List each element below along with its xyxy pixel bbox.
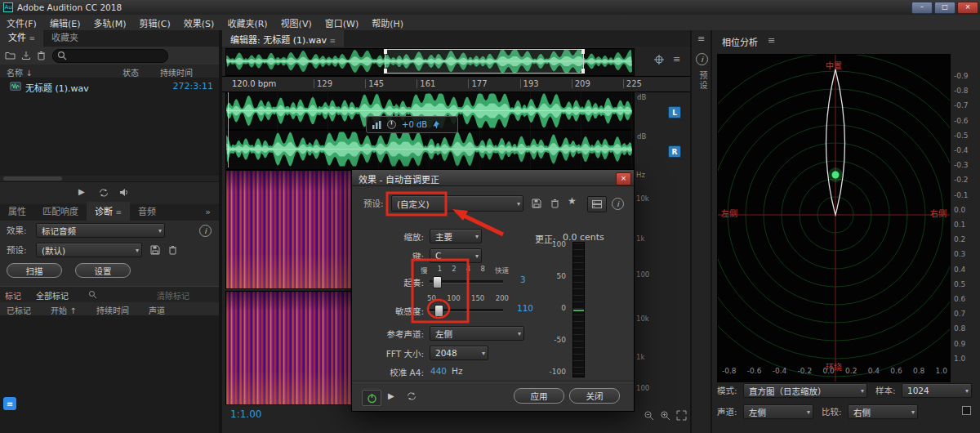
delete-preset-icon[interactable]: [550, 199, 559, 208]
column-name[interactable]: 名称 ↓: [7, 66, 33, 78]
menu-item[interactable]: 帮助(H): [365, 15, 410, 31]
close-button[interactable]: ×: [957, 2, 978, 14]
rack-view-button[interactable]: [587, 196, 607, 212]
close-dialog-button[interactable]: 关闭: [569, 388, 620, 404]
left-channel-badge[interactable]: L: [668, 106, 681, 118]
panel-menu-icon[interactable]: ≡: [768, 35, 775, 46]
preview-loop-icon[interactable]: [406, 391, 417, 401]
play-icon[interactable]: ▶: [78, 187, 85, 196]
selection-handle[interactable]: [384, 69, 387, 74]
favorite-star-icon[interactable]: ★: [568, 195, 577, 207]
menu-item[interactable]: 效果(S): [177, 15, 221, 31]
power-toggle-icon[interactable]: [362, 390, 381, 406]
phase-option-checkbox[interactable]: [962, 406, 971, 415]
preview-play-icon[interactable]: ▶: [388, 391, 394, 400]
timeline-ruler[interactable]: 120.0 bpm 129145161177193209225: [222, 76, 690, 92]
menu-item[interactable]: 窗口(W): [318, 15, 365, 31]
apply-button[interactable]: 应用: [514, 388, 564, 404]
samples-dropdown[interactable]: 1024: [902, 383, 972, 398]
tab-match-loudness[interactable]: 匹配响度: [34, 202, 87, 221]
settings-button[interactable]: 设置: [75, 263, 131, 278]
zoom-out-icon[interactable]: [644, 410, 654, 421]
channel-dropdown[interactable]: 左侧: [743, 404, 813, 419]
dock-menu-icon[interactable]: ≡: [697, 33, 705, 44]
clear-markers-button[interactable]: 清除标记: [157, 289, 189, 301]
column-duration[interactable]: 持续时间: [160, 66, 193, 78]
scrub-icon[interactable]: [653, 54, 665, 65]
more-tabs-icon[interactable]: »: [197, 204, 219, 221]
speaker-icon[interactable]: [119, 188, 131, 197]
selection-handle[interactable]: [384, 49, 387, 54]
dock-preset-tab[interactable]: 预设: [697, 71, 709, 91]
gain-hud[interactable]: +0 dB: [366, 116, 458, 133]
right-channel-badge[interactable]: R: [668, 145, 681, 158]
calibration-value[interactable]: 440: [430, 366, 447, 376]
scale-dropdown[interactable]: 主要: [430, 229, 482, 243]
column-status[interactable]: 状态: [122, 66, 139, 78]
search-input[interactable]: [52, 49, 168, 63]
mode-dropdown[interactable]: 直方图（日志缩放）: [743, 383, 867, 398]
freq-tick: 100: [636, 270, 649, 279]
waveform-overview[interactable]: [225, 48, 635, 76]
dialog-close-button[interactable]: ×: [616, 172, 631, 185]
import-icon[interactable]: [21, 51, 31, 60]
search-markers-icon[interactable]: [88, 290, 97, 299]
editor-tab[interactable]: 编辑器: 无标题 (1).wav ≡: [222, 30, 344, 47]
selection-handle[interactable]: [581, 69, 585, 74]
panel-menu-icon[interactable]: ≡: [116, 208, 122, 216]
maximize-button[interactable]: □: [934, 2, 956, 14]
minimize-button[interactable]: –: [911, 2, 933, 14]
fft-size-dropdown[interactable]: 2048: [430, 346, 488, 360]
panel-corner-icon[interactable]: ≡: [3, 397, 16, 410]
effect-dropdown[interactable]: 标记音频: [36, 223, 165, 238]
column-channel[interactable]: 声道: [149, 304, 165, 316]
panel-menu-icon[interactable]: ≡: [29, 34, 36, 42]
delete-preset-icon[interactable]: [168, 245, 177, 255]
save-preset-icon[interactable]: [532, 199, 541, 208]
trash-icon[interactable]: [37, 51, 46, 60]
levels-icon: [372, 120, 381, 130]
dialog-preset-dropdown[interactable]: (自定义): [391, 195, 523, 212]
tab-favorites[interactable]: 收藏夹: [43, 28, 87, 47]
playhead[interactable]: [228, 92, 229, 167]
selection-handle[interactable]: [581, 49, 585, 54]
save-preset-icon[interactable]: [150, 245, 160, 255]
dock-info-icon[interactable]: i: [696, 53, 708, 65]
tab-files[interactable]: 文件 ≡: [0, 28, 43, 47]
loop-icon[interactable]: [98, 188, 109, 198]
gain-knob-icon[interactable]: [386, 119, 397, 130]
menu-item[interactable]: 多轨(M): [87, 15, 132, 31]
pin-icon[interactable]: [432, 120, 440, 130]
tab-audio[interactable]: 音频: [130, 202, 164, 221]
zoom-fit-icon[interactable]: [676, 410, 687, 421]
compare-dropdown[interactable]: 右侧: [848, 404, 918, 419]
menu-item[interactable]: 剪辑(C): [133, 15, 177, 31]
overview-menu-icon[interactable]: ≡: [673, 54, 680, 65]
column-duration[interactable]: 持续时间: [96, 304, 129, 316]
menu-item[interactable]: 收藏夹(R): [220, 15, 274, 31]
tab-diagnostics[interactable]: 诊断 ≡: [87, 202, 130, 221]
preset-dropdown[interactable]: (默认): [36, 243, 142, 257]
attack-value[interactable]: 3: [520, 275, 526, 284]
scan-button[interactable]: 扫描: [7, 263, 62, 278]
mark-button[interactable]: 标记: [5, 289, 21, 301]
column-marked[interactable]: 已标记: [7, 304, 31, 316]
sensitivity-slider-thumb[interactable]: [434, 305, 443, 317]
attack-slider-thumb[interactable]: [433, 276, 442, 288]
column-start[interactable]: 开始 ↑: [51, 304, 77, 316]
effect-info-icon[interactable]: i: [199, 225, 212, 237]
files-hscrollbar[interactable]: [3, 176, 62, 181]
panel-menu-icon[interactable]: ≡: [330, 37, 336, 45]
reference-channel-dropdown[interactable]: 左侧: [430, 326, 524, 341]
tab-properties[interactable]: 属性: [0, 202, 34, 221]
menu-item[interactable]: 视图(V): [274, 15, 318, 31]
open-folder-icon[interactable]: [5, 51, 16, 60]
zoom-in-icon[interactable]: [660, 410, 670, 421]
sensitivity-value[interactable]: 110: [517, 303, 533, 313]
dialog-info-icon[interactable]: i: [612, 198, 624, 210]
mark-all-button[interactable]: 全部标记: [36, 289, 69, 301]
overview-selection[interactable]: [385, 49, 584, 74]
file-row[interactable]: 无标题 (1).wav 272:3:11: [0, 79, 219, 93]
key-dropdown[interactable]: C: [430, 248, 482, 263]
dialog-titlebar[interactable]: 效果 - 自动音调更正 ×: [352, 170, 634, 186]
